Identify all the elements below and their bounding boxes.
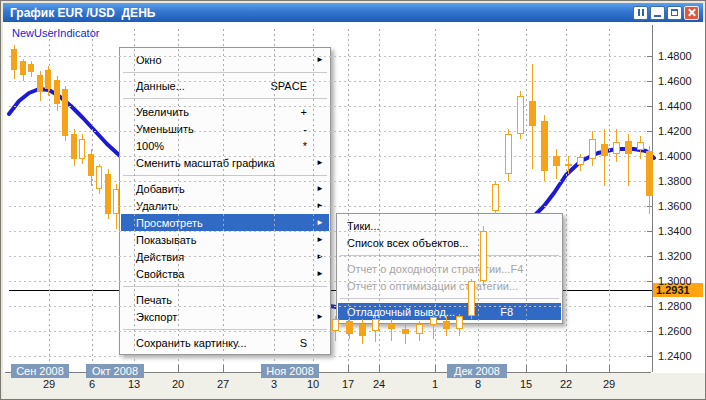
candle-body (359, 324, 366, 337)
context-submenu: Тики...Список всех объектов...Отчет о до… (336, 213, 563, 324)
date-tick (609, 365, 610, 372)
price-gridline (9, 106, 652, 107)
price-gridline (9, 131, 652, 132)
candle-body (480, 231, 487, 281)
indicator-label: NewUserIndicator (12, 27, 99, 39)
submenu-arrow-icon: ► (316, 158, 324, 167)
menu-item[interactable]: Сохранить картинку...S (121, 334, 329, 351)
date-tick (178, 365, 179, 372)
date-label: 10 (302, 378, 324, 390)
screenshot-stage: График EUR /USD ДЕНЬ NewUserIndicator 1.… (0, 0, 706, 400)
date-label: 15 (515, 378, 537, 390)
menu-separator (123, 98, 327, 99)
price-gridline (9, 281, 652, 282)
price-label: 1.4800 (658, 50, 692, 62)
date-label: 17 (337, 378, 359, 390)
price-tick (647, 256, 652, 257)
month-label: Дек 2008 (447, 364, 507, 378)
menu-item-label: Сохранить картинку... (136, 337, 247, 349)
price-label: 1.2800 (658, 300, 692, 312)
date-label: 29 (38, 378, 60, 390)
candle-body (637, 142, 644, 150)
menu-item[interactable]: Просмотреть► (121, 214, 329, 231)
menu-item[interactable]: Отчет о доходности стратегии...F4 (338, 260, 561, 277)
price-label: 1.3800 (658, 175, 692, 187)
menu-item-label: 100% (136, 140, 164, 152)
date-tick (348, 365, 349, 372)
candle-body (105, 174, 111, 214)
candle-body (402, 329, 409, 334)
candle-body (646, 151, 653, 196)
candle-body (565, 164, 572, 166)
price-label: 1.4400 (658, 100, 692, 112)
date-tick (566, 365, 567, 372)
menu-item-shortcut: F8 (500, 306, 555, 318)
date-label: 22 (555, 378, 577, 390)
candle-body (430, 317, 437, 325)
date-gridline (274, 29, 275, 369)
candle-body (625, 141, 632, 154)
price-axis-line (652, 25, 653, 372)
candle-body (443, 321, 450, 329)
candle-body (456, 316, 463, 329)
candle-wick (391, 319, 392, 342)
submenu-arrow-icon: ► (316, 312, 324, 321)
menu-item-label: Отладочный вывод... (347, 306, 455, 318)
price-gridline (9, 56, 652, 57)
price-label: 1.2400 (658, 350, 692, 362)
menu-item-shortcut: + (301, 106, 323, 118)
date-gridline (313, 29, 314, 369)
price-tick (647, 281, 652, 282)
price-label: 1.4000 (658, 150, 692, 162)
price-label: 1.4200 (658, 125, 692, 137)
menu-item[interactable]: Показывать► (121, 231, 329, 248)
candle-body (11, 49, 17, 70)
submenu-arrow-icon: ► (316, 235, 324, 244)
menu-item[interactable]: 100%* (121, 137, 329, 154)
candle-body (416, 324, 423, 334)
candle-body (346, 321, 353, 334)
menu-item[interactable]: Уменьшить- (121, 120, 329, 137)
menu-separator (123, 286, 327, 287)
month-label: Ноя 2008 (261, 364, 319, 378)
price-gridline (9, 231, 652, 232)
price-gridline (9, 356, 652, 357)
menu-item-label: Список всех объектов... (347, 237, 468, 249)
candle-body (79, 139, 85, 159)
menu-item-shortcut: F4 (510, 263, 565, 275)
menu-item-label: Увеличить (136, 106, 189, 118)
menu-item-label: Уменьшить (136, 123, 194, 135)
menu-item[interactable]: Экспорт► (121, 308, 329, 325)
chart-window: График EUR /USD ДЕНЬ NewUserIndicator 1.… (0, 0, 706, 400)
date-gridline (178, 29, 179, 369)
date-label: 13 (123, 378, 145, 390)
menu-separator (123, 72, 327, 73)
month-label: Сен 2008 (11, 364, 69, 378)
menu-item[interactable]: Список всех объектов... (338, 234, 561, 251)
candle-body (88, 154, 94, 177)
menu-item[interactable]: Добавить► (121, 180, 329, 197)
submenu-arrow-icon: ► (316, 269, 324, 278)
candle-body (20, 61, 26, 75)
price-gridline (9, 331, 652, 332)
menu-separator (123, 329, 327, 330)
menu-item[interactable]: Отчет о оптимизации стратегии... (338, 277, 561, 294)
date-tick (435, 365, 436, 372)
price-label: 1.3200 (658, 250, 692, 262)
menu-item[interactable]: Свойства► (121, 265, 329, 282)
menu-item[interactable]: Данные...SPACE (121, 77, 329, 94)
menu-item[interactable]: Окно► (121, 51, 329, 68)
candle-body (71, 134, 77, 159)
price-tick (647, 331, 652, 332)
date-tick (526, 365, 527, 372)
candle-body (62, 89, 68, 137)
price-gridline (9, 256, 652, 257)
date-label: 27 (212, 378, 234, 390)
candle-body (529, 101, 536, 126)
price-tick (647, 81, 652, 82)
candle-body (54, 80, 60, 104)
candle-body (37, 75, 43, 93)
candle-body (96, 166, 102, 189)
candle-body (388, 324, 395, 329)
date-label: 8 (467, 378, 489, 390)
